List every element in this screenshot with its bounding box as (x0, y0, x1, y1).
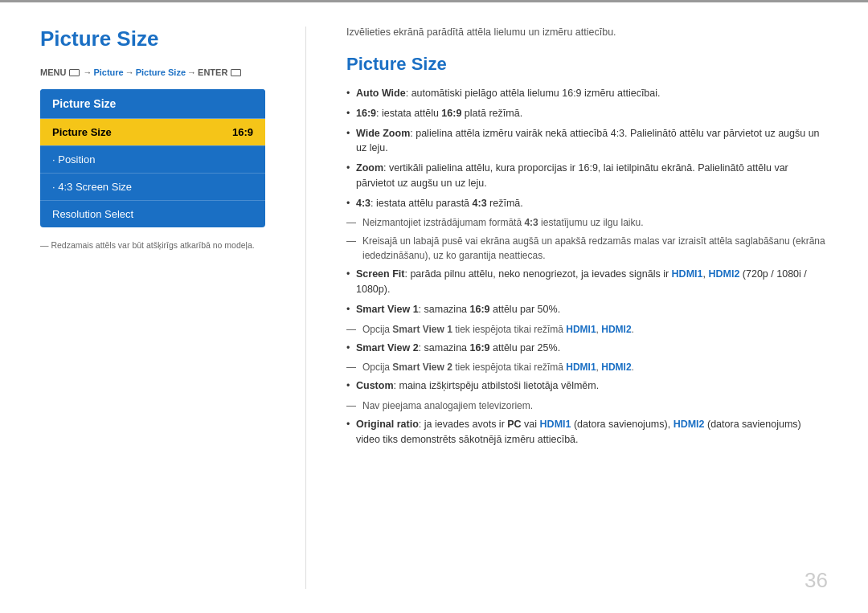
bullet-screenfit-text: Screen Fit: parāda pilnu attēlu, neko ne… (356, 268, 807, 295)
bullet-169: 16:9: iestata attēlu 16:9 platā režīmā. (346, 106, 828, 121)
content-area: Picture Size MENU → Picture → Picture Si… (0, 2, 868, 613)
menu-path-picturesize: Picture Size (136, 67, 186, 77)
bullet-originalratio-text: Original ratio: ja ievades avots ir PC v… (356, 419, 801, 445)
menu-path-picture: Picture (93, 67, 123, 77)
page-title-left: Picture Size (40, 27, 273, 51)
page-number: 36 (805, 568, 828, 593)
menu-box: Picture Size Picture Size 16:9 · Positio… (40, 89, 265, 227)
subnote-smartview2: Opcija Smart View 2 tiek iespējota tikai… (346, 360, 828, 374)
subnote-custom-text: Nav pieejama analogajiem televizoriem. (362, 400, 533, 411)
subnote-43-warning-text: Neizmantojiet izstrādājumam formātā 4:3 … (362, 217, 643, 228)
right-column: Izvēlieties ekrānā parādītā attēla lielu… (338, 27, 828, 589)
menu-row-position[interactable]: · Position (40, 146, 265, 173)
subnote-smartview1-text: Opcija Smart View 1 tiek iespējota tikai… (362, 324, 634, 335)
enter-label: ENTER (198, 67, 227, 77)
bullet-screenfit: Screen Fit: parāda pilnu attēlu, neko ne… (346, 267, 828, 297)
subnote-smartview2-text: Opcija Smart View 2 tiek iespējota tikai… (362, 362, 634, 373)
bullet-custom: Custom: maina izšķirtspēju atbilstoši li… (346, 378, 828, 394)
left-note: Redzamais attēls var būt atšķirīgs atkar… (40, 239, 273, 251)
menu-row-43screensize-label: · 4:3 Screen Size (52, 181, 132, 193)
bullet-43: 4:3: iestata attēlu parastā 4:3 režīmā. (346, 196, 828, 211)
menu-row-resolutionselect[interactable]: Resolution Select (40, 201, 265, 227)
bullet-43-text: 4:3: iestata attēlu parastā 4:3 režīmā. (356, 198, 523, 209)
subnote-custom: Nav pieejama analogajiem televizoriem. (346, 398, 828, 413)
menu-row-resolutionselect-label: Resolution Select (52, 208, 133, 220)
bullet-zoom: Zoom: vertikāli palielina attēlu, kura p… (346, 161, 828, 191)
arrow-1: → (83, 67, 92, 77)
bullet-169-text: 16:9: iestata attēlu 16:9 platā režīmā. (356, 108, 522, 119)
subnote-43-warning: Neizmantojiet izstrādājumam formātā 4:3 … (346, 215, 828, 230)
menu-icon-box (69, 69, 80, 76)
bullet-custom-text: Custom: maina izšķirtspēju atbilstoši li… (356, 380, 599, 391)
arrow-3: → (187, 67, 196, 77)
menu-row-picturesize[interactable]: Picture Size 16:9 (40, 119, 265, 145)
bullet-widezoom: Wide Zoom: palielina attēla izmēru vairā… (346, 126, 828, 157)
bullet-widezoom-text: Wide Zoom: palielina attēla izmēru vairā… (356, 128, 820, 154)
menu-row-position-label: · Position (52, 153, 95, 166)
bullet-smartview2: Smart View 2: samazina 16:9 attēlu par 2… (346, 341, 828, 356)
subnote-smartview1: Opcija Smart View 1 tiek iespējota tikai… (346, 322, 828, 337)
enter-icon-box (231, 69, 241, 76)
menu-box-header: Picture Size (40, 89, 265, 119)
intro-text: Izvēlieties ekrānā parādītā attēla lielu… (346, 27, 828, 38)
menu-row-43screensize[interactable]: · 4:3 Screen Size (40, 174, 265, 200)
left-column: Picture Size MENU → Picture → Picture Si… (40, 27, 273, 589)
bullet-autowide-text: Auto Wide: automātiski pielāgo attēla li… (356, 88, 661, 99)
bullet-smartview1: Smart View 1: samazina 16:9 attēlu par 5… (346, 302, 828, 317)
page-title-right: Picture Size (346, 54, 828, 75)
subnote-burn-warning: Kreisajā un labajā pusē vai ekrāna augšā… (346, 234, 828, 263)
menu-row-picturesize-label: Picture Size (52, 126, 112, 138)
page-container: Picture Size MENU → Picture → Picture Si… (0, 0, 868, 613)
bullet-list: Auto Wide: automātiski pielāgo attēla li… (346, 86, 828, 447)
menu-path: MENU → Picture → Picture Size → ENTER (40, 67, 273, 77)
menu-label: MENU (40, 67, 66, 77)
bullet-smartview2-text: Smart View 2: samazina 16:9 attēlu par 2… (356, 342, 560, 353)
bullet-zoom-text: Zoom: vertikāli palielina attēlu, kura p… (356, 162, 788, 189)
bullet-originalratio: Original ratio: ja ievades avots ir PC v… (346, 417, 828, 447)
vertical-divider (305, 27, 306, 589)
subnote-burn-warning-text: Kreisajā un labajā pusē vai ekrāna augšā… (362, 235, 825, 261)
arrow-2: → (125, 67, 134, 77)
bullet-autowide: Auto Wide: automātiski pielāgo attēla li… (346, 86, 828, 101)
menu-row-picturesize-value: 16:9 (232, 126, 253, 138)
bullet-smartview1-text: Smart View 1: samazina 16:9 attēlu par 5… (356, 304, 560, 315)
